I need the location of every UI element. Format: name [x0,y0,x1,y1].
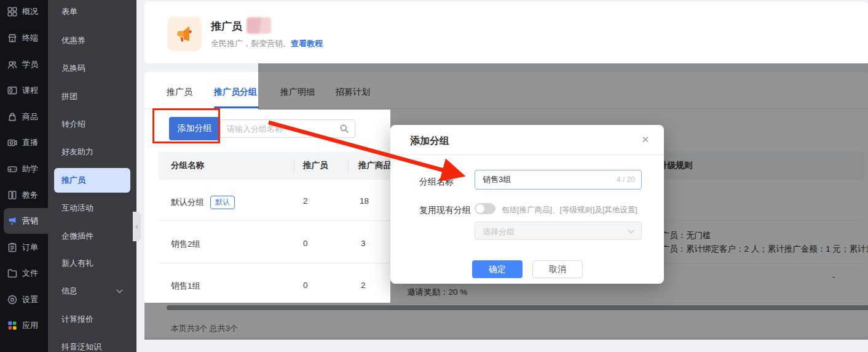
sidebar-item-label: 营销 [22,215,38,226]
group-name-cell: 销售2组 [171,239,200,250]
group-name-field: 4 / 20 [475,170,642,190]
submenu-item-interactive[interactable]: 互动活动 [54,196,130,220]
cancel-button[interactable]: 取消 [532,260,583,278]
modal-dim-overlay [144,303,390,340]
group-name: 默认分组 [171,198,204,207]
redacted-badge [247,17,271,34]
promoters-cell: 0 [303,281,308,290]
settings-gear-icon [7,294,18,305]
students-users-icon [7,59,18,70]
sidebar-collapse-handle[interactable]: ‹ [133,212,141,241]
view-tutorial-link[interactable]: 查看教程 [291,39,323,48]
sidebar-item-marketing[interactable]: 营销 [0,208,48,234]
submenu-item-price-calc[interactable]: 计算报价 [54,307,130,332]
search-icon[interactable] [339,124,349,134]
sidebar-item-orders[interactable]: 订单 [0,234,48,260]
sidebar-item-students[interactable]: 学员 [0,52,48,78]
confirm-button[interactable]: 确定 [472,260,523,278]
sidebar-item-label: 学员 [22,59,38,70]
submenu-label: 信息 [61,286,77,297]
col-group-name: 分组名称 [171,160,204,171]
goods-cell: 18 [360,196,369,206]
submenu-label: 表单 [61,6,77,17]
sidebar-item-overview[interactable]: 概况 [0,0,48,25]
group-name-cell: 默认分组默认 [171,196,235,210]
sidebar-item-label: 文件 [22,268,38,279]
sidebar-item-label: 设置 [22,294,38,305]
sidebar-item-terminal[interactable]: 终端 [0,25,48,51]
submenu-item-messages[interactable]: 信息 [54,279,130,303]
files-folder-icon [7,268,18,279]
reuse-description: 包括[推广商品]、[等级规则]及[其他设置] [502,205,637,215]
select-placeholder: 选择分组 [483,226,515,238]
apps-colored-grid-icon [7,320,18,331]
sidebar-item-label: 终端 [22,33,38,44]
submenu-label: 计算报价 [61,314,93,325]
submenu-item-redeem-codes[interactable]: 兑换码 [54,56,130,81]
group-search-input[interactable] [227,120,334,137]
reuse-group-label: 复用现有分组 [419,205,471,216]
secondary-sidebar: 表单 优惠券 兑换码 拼团 转介绍 好友助力 推广员 互动活动 企微插件 新人有… [48,0,136,352]
submenu-item-referral[interactable]: 转介绍 [54,112,130,137]
promoters-cell: 0 [303,239,308,248]
modal-dim-overlay [258,63,390,110]
promoter-feature-icon [167,17,202,51]
submenu-label: 优惠券 [61,35,85,46]
tab-promoter-groups[interactable]: 推广员分组 [214,87,257,98]
submenu-item-promoters[interactable]: 推广员 [54,168,130,193]
page-subtitle-text: 全民推广，裂变营销。 [211,39,291,48]
sidebar-item-assist[interactable]: 助学 [0,156,48,182]
submenu-label: 转介绍 [61,119,85,130]
promoters-cell: 2 [303,196,308,206]
sidebar-item-label: 订单 [22,242,38,253]
add-group-modal: 添加分组 ✕ 分组名称 4 / 20 复用现有分组 包括[推广商品]、[等级规则… [390,125,664,284]
sidebar-item-academic[interactable]: 教务 [0,182,48,208]
group-name-input[interactable] [483,170,606,189]
col-goods: 推广商品 [358,160,392,171]
column-divider [348,159,349,172]
submenu-item-douyin[interactable]: 抖音泛知识 [54,335,130,352]
default-badge: 默认 [210,196,235,209]
modal-title: 添加分组 [410,135,449,148]
sidebar-item-files[interactable]: 文件 [0,260,48,286]
goods-cell: 3 [361,239,366,248]
academic-books-icon [7,190,18,201]
goods-bag-icon [7,111,18,122]
submenu-item-friend-boost[interactable]: 好友助力 [54,140,130,164]
sidebar-item-label: 直播 [22,137,38,148]
sidebar-item-settings[interactable]: 设置 [0,287,48,313]
collapse-chevron-icon: ‹ [136,222,138,231]
sidebar-item-live[interactable]: 直播 [0,130,48,156]
group-name-cell: 销售1组 [171,281,200,292]
courses-board-icon [7,85,18,96]
group-search-box [220,119,355,138]
orders-clipboard-icon [7,242,18,253]
megaphone-icon [174,23,195,44]
submenu-label: 新人有礼 [61,258,93,269]
terminal-store-icon [7,33,18,44]
sidebar-item-apps[interactable]: 应用 [0,313,48,338]
page-header-card: 推广员 全民推广，裂变营销。查看教程 [144,2,868,63]
marketing-megaphone-icon [7,215,18,226]
submenu-item-coupons[interactable]: 优惠券 [54,28,130,53]
submenu-item-group-buy[interactable]: 拼团 [54,84,130,109]
submenu-label: 互动活动 [61,202,93,214]
submenu-label: 好友助力 [61,146,93,158]
toggle-knob [476,204,484,213]
group-select[interactable]: 选择分组 [475,222,642,240]
close-icon[interactable]: ✕ [641,134,649,145]
sidebar-item-label: 课程 [22,85,38,96]
reuse-toggle[interactable] [475,203,495,214]
overview-grid-icon [7,6,18,17]
submenu-item-newcomer-gift[interactable]: 新人有礼 [54,251,130,276]
sidebar-item-goods[interactable]: 商品 [0,104,48,130]
submenu-item-wecom-plugin[interactable]: 企微插件 [54,224,130,249]
sidebar-item-courses[interactable]: 课程 [0,78,48,103]
tab-promoters[interactable]: 推广员 [167,87,192,98]
group-name-label: 分组名称 [419,177,454,188]
modal-header: 添加分组 ✕ [390,125,664,155]
col-promoters: 推广员 [303,160,328,171]
submenu-item-forms[interactable]: 表单 [54,0,130,24]
submenu-label: 推广员 [61,175,85,186]
sidebar-item-label: 概况 [22,6,38,17]
